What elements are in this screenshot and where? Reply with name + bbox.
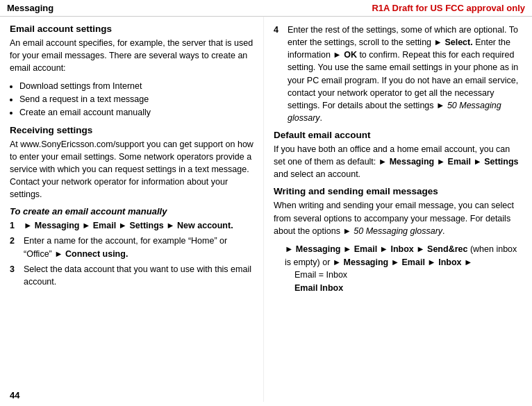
step-3-content: Select the data account that you want to… (24, 263, 253, 288)
receiving-settings-title: Receiving settings (10, 125, 253, 135)
step-4-num: 4 (274, 24, 285, 124)
email-account-settings-title: Email account settings (10, 24, 253, 34)
email-account-bullets: Download settings from Internet Send a r… (19, 80, 253, 119)
writing-nav2: ► Messaging ► Email ► Inbox ► (333, 257, 473, 267)
step-2-content: Enter a name for the account, for exampl… (24, 235, 253, 260)
step-4-ref: 50 Messaging glossary (288, 101, 501, 123)
step-2-num: 2 (10, 235, 21, 260)
bullet-3: Create an email account manually (19, 106, 253, 119)
step-2-nav: ► Connect using. (54, 249, 128, 259)
email-inbox-eq: Email = Inbox (294, 270, 347, 280)
step-3-num: 3 (10, 263, 21, 288)
header-left: Messaging (7, 3, 53, 13)
step-2: 2 Enter a name for the account, for exam… (10, 235, 253, 260)
step-4-nav1: ► Select. (434, 37, 473, 47)
step-3: 3 Select the data account that you want … (10, 263, 253, 288)
writing-sending-title: Writing and sending email messages (274, 186, 522, 196)
right-column: 4 Enter the rest of the settings, some o… (264, 17, 532, 402)
writing-arrow: ► (342, 226, 351, 236)
header-subtitle: Draft for US FCC approval only (390, 3, 525, 13)
step-4: 4 Enter the rest of the settings, some o… (274, 24, 522, 124)
left-column: Email account settings An email account … (0, 17, 264, 402)
email-inbox-link: Email Inbox (294, 283, 343, 293)
page-number: 44 (10, 390, 19, 400)
default-email-text: If you have both an office and a home em… (274, 143, 522, 180)
page-content: Email account settings An email account … (0, 17, 532, 402)
header-brand: R1A (372, 3, 390, 13)
bullet-2: Send a request in a text message (19, 93, 253, 106)
bullet-1: Download settings from Internet (19, 80, 253, 93)
writing-ref: 50 Messaging glossary (354, 226, 442, 236)
writing-sending-nav: ► Messaging ► Email ► Inbox ► Send&rec (… (274, 243, 522, 269)
writing-sending-text: When writing and sending your email mess… (274, 199, 522, 237)
default-email-nav: ► Messaging ► Email ► Settings (379, 157, 519, 167)
writing-detail2: Email Inbox (274, 282, 522, 295)
receiving-settings-text: At www.SonyEricsson.com/support you can … (10, 138, 253, 201)
email-account-settings-intro: An email account specifies, for example,… (10, 37, 253, 74)
step-1-num: 1 (10, 219, 21, 232)
default-email-title: Default email account (274, 130, 522, 140)
header-right: R1A Draft for US FCC approval only (372, 3, 525, 13)
writing-nav1: ► Messaging ► Email ► Inbox ► Send&rec (285, 244, 467, 254)
page-header: Messaging R1A Draft for US FCC approval … (0, 0, 532, 17)
step-1-content: ► Messaging ► Email ► Settings ► New acc… (24, 219, 253, 232)
step-4-content: Enter the rest of the settings, some of … (288, 24, 522, 124)
step-1-nav: ► Messaging ► Email ► Settings ► New acc… (24, 221, 233, 230)
step-4-arrow: ► (436, 101, 444, 110)
create-account-title: To create an email account manually (10, 206, 253, 217)
step-1: 1 ► Messaging ► Email ► Settings ► New a… (10, 219, 253, 232)
step-4-nav2: ► OK (333, 50, 357, 60)
writing-detail: Email = Inbox (274, 269, 522, 282)
